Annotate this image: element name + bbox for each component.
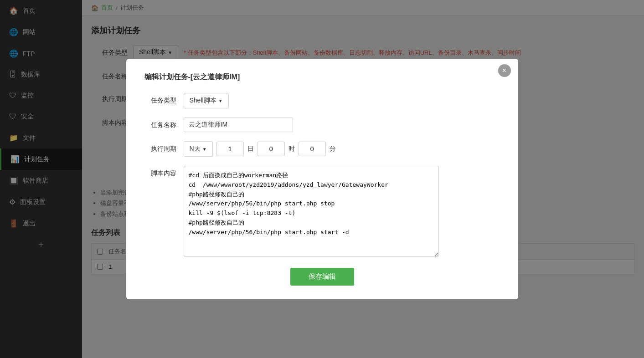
modal-period-min-unit: 分 xyxy=(330,145,336,153)
modal-period-day-input[interactable] xyxy=(216,142,244,156)
modal-script-label: 脚本内容 xyxy=(144,166,176,178)
modal-task-name-group: 任务名称 xyxy=(144,118,500,132)
modal-script-textarea[interactable] xyxy=(184,166,439,257)
modal-period-group: 执行周期 N天 日 时 分 xyxy=(144,141,500,157)
modal-title: 编辑计划任务-[云之道律师IM] xyxy=(144,72,500,82)
modal-task-name-label: 任务名称 xyxy=(144,118,176,129)
modal-period-min-input[interactable] xyxy=(299,142,326,156)
modal-task-name-input[interactable] xyxy=(184,118,293,132)
modal-period-day-unit: 日 xyxy=(247,145,254,153)
modal-task-type-select[interactable]: Shell脚本 xyxy=(184,93,229,108)
modal-period-row: N天 日 时 分 xyxy=(184,141,336,157)
modal-footer: 保存编辑 xyxy=(144,268,500,286)
modal-overlay: 编辑计划任务-[云之道律师IM] × 任务类型 Shell脚本 任务名称 执行周… xyxy=(0,0,644,358)
modal-period-label: 执行周期 xyxy=(144,141,176,153)
modal-close-button[interactable]: × xyxy=(498,64,511,77)
edit-modal: 编辑计划任务-[云之道律师IM] × 任务类型 Shell脚本 任务名称 执行周… xyxy=(126,59,518,299)
modal-period-select[interactable]: N天 xyxy=(184,141,213,157)
modal-task-type-label: 任务类型 xyxy=(144,93,176,105)
save-edit-button[interactable]: 保存编辑 xyxy=(290,268,354,286)
modal-period-hour-input[interactable] xyxy=(258,142,285,156)
modal-script-group: 脚本内容 xyxy=(144,166,500,257)
modal-task-type-group: 任务类型 Shell脚本 xyxy=(144,93,500,108)
modal-period-hour-unit: 时 xyxy=(289,145,295,153)
